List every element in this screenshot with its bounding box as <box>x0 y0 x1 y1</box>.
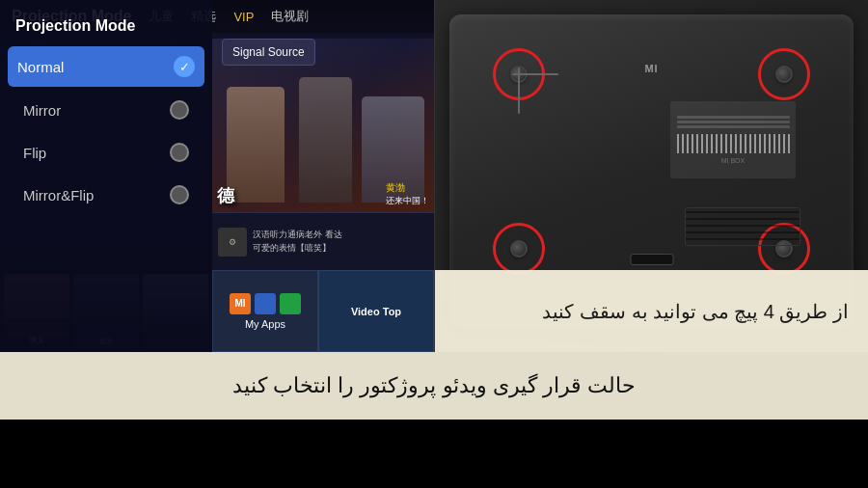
screw-circle-bl <box>493 223 545 275</box>
mirrorflip-radio-icon <box>170 185 189 204</box>
main-container: Projection Mode 儿童 精选 VIP 电视剧 德 <box>0 0 868 488</box>
top-section: Projection Mode 儿童 精选 VIP 电视剧 德 <box>0 0 868 352</box>
mi-logo: MI <box>644 63 658 74</box>
tv-nav-vip: VIP <box>233 10 254 24</box>
tv-content-row: ⚙ 汉语听力通病老外 看达 可爱的表情【嘻笑】 <box>212 212 434 270</box>
label-line-1 <box>677 116 790 119</box>
normal-check-icon: ✓ <box>174 56 195 77</box>
screw-bl <box>510 240 528 258</box>
projection-mirror-label: Mirror <box>23 102 61 119</box>
label-line-2 <box>677 121 790 123</box>
my-apps-cell[interactable]: MI My Apps <box>212 270 318 352</box>
tv-ui-panel: Projection Mode 儿童 精选 VIP 电视剧 德 <box>0 0 434 352</box>
device-port <box>630 254 673 265</box>
right-caption-overlay: از طریق 4 پیچ می توانید به سقف کنید <box>434 270 868 352</box>
bottom-caption-text: حالت قرار گیری ویدئو پروژکتور را انتخاب … <box>232 373 636 398</box>
projection-normal-option[interactable]: Normal ✓ <box>8 46 204 87</box>
screw-tr <box>775 66 793 83</box>
projection-normal-label: Normal <box>17 59 64 75</box>
apps-icons-row: MI <box>230 293 301 314</box>
banner-sub-text: 黄渤 还来中国！ <box>386 181 429 207</box>
device-model: MI BOX <box>721 157 746 164</box>
tv-content-text: 汉语听力通病老外 看达 可爱的表情【嘻笑】 <box>253 229 342 255</box>
device-photo: MI <box>434 0 868 352</box>
app-icon-2 <box>255 293 276 314</box>
projection-mirrorflip-option[interactable]: Mirror&Flip <box>8 176 204 214</box>
projection-flip-label: Flip <box>23 145 46 161</box>
screw-circle-tr <box>758 48 810 100</box>
mi-icon: MI <box>230 293 251 314</box>
mirror-radio-icon <box>170 100 189 120</box>
device-barcode <box>677 134 790 153</box>
projection-mirror-option[interactable]: Mirror <box>8 91 204 129</box>
right-caption-text: از طریق 4 پیچ می توانید به سقف کنید <box>542 298 849 325</box>
projection-mirrorflip-label: Mirror&Flip <box>23 187 94 203</box>
device-vent <box>685 207 800 246</box>
bottom-caption-bar: حالت قرار گیری ویدئو پروژکتور را انتخاب … <box>0 352 868 420</box>
projection-mode-title: Projection Mode <box>0 12 212 46</box>
projection-flip-option[interactable]: Flip <box>8 133 204 172</box>
my-apps-label: My Apps <box>245 318 285 330</box>
screw-circle-tl <box>493 48 545 100</box>
tv-apps-video-row: MI My Apps Video Top <box>212 270 434 352</box>
label-line-3 <box>677 125 790 128</box>
banner-chinese-text: 德 <box>217 184 234 207</box>
flip-radio-icon <box>170 143 189 162</box>
video-top-cell[interactable]: Video Top <box>318 270 434 352</box>
signal-source-button[interactable]: Signal Source <box>222 39 315 66</box>
projection-overlay: Projection Mode Normal ✓ Mirror Flip <box>0 0 212 352</box>
video-top-label: Video Top <box>351 306 401 317</box>
tv-nav-drama: 电视剧 <box>271 8 309 25</box>
app-icon-3 <box>280 293 301 314</box>
screw-tl <box>510 66 528 83</box>
device-label: MI BOX <box>670 101 796 178</box>
